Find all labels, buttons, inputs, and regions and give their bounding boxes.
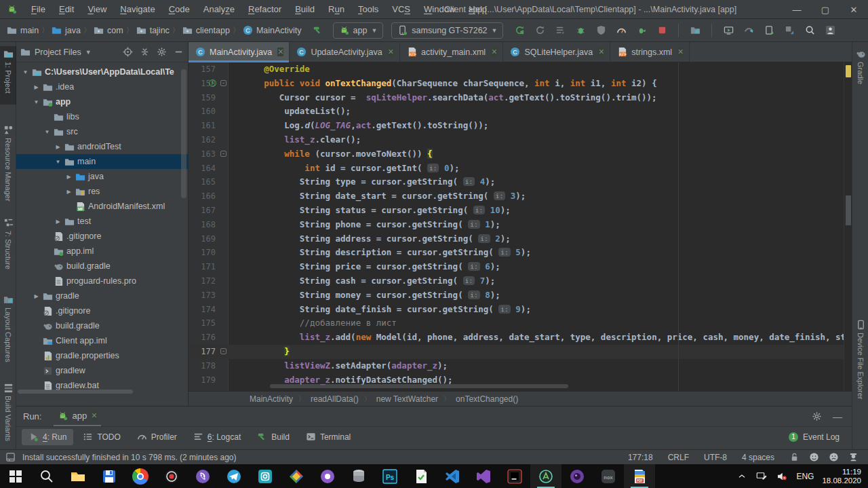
- breadcrumb-MainActivity[interactable]: CMainActivity: [243, 25, 302, 35]
- menu-analyze[interactable]: Analyze: [197, 0, 241, 19]
- tool-window-button-build[interactable]: Build: [250, 429, 296, 445]
- tool-stripe-gradle[interactable]: Gradle: [852, 46, 868, 94]
- chevron-collapsed-icon[interactable]: ▶: [54, 219, 62, 225]
- minimize-button[interactable]: —: [783, 0, 811, 19]
- tool-stripe-layout-captures[interactable]: Layout Captures: [0, 292, 16, 372]
- chevron-expanded-icon[interactable]: ▼: [33, 99, 40, 105]
- editor-tab-MainActivity.java[interactable]: CMainActivity.java✕: [189, 42, 290, 62]
- taskbar-photoshop-icon[interactable]: Ps: [374, 464, 406, 488]
- code-breadcrumb-readAllData[interactable]: readAllData(): [311, 394, 359, 404]
- breadcrumb-com[interactable]: com: [94, 25, 123, 35]
- code-line-173[interactable]: 173 String money = cursor.getString( i: …: [189, 288, 852, 303]
- resource-manager-icon[interactable]: [783, 24, 796, 37]
- code-line-177[interactable]: 177- }: [189, 345, 852, 359]
- overrides-method-icon[interactable]: ↑: [209, 79, 216, 87]
- build-hammer-icon[interactable]: [311, 24, 325, 37]
- code-line-157[interactable]: 157 @Override: [189, 62, 852, 77]
- taskbar-search-icon[interactable]: [31, 464, 62, 488]
- tree-item-client-app.iml[interactable]: Client app.iml: [16, 333, 188, 348]
- code-line-165[interactable]: 165 String type = cursor.getString( i: 4…: [189, 175, 852, 189]
- chevron-expanded-icon[interactable]: ▼: [54, 159, 62, 165]
- breadcrumb-java[interactable]: java: [52, 25, 81, 35]
- indent-setting[interactable]: 4 spaces: [742, 453, 774, 462]
- project-view-selector[interactable]: Project Files: [35, 48, 81, 57]
- tree-item-gradle[interactable]: ▶gradle: [16, 288, 188, 303]
- code-line-172[interactable]: 172 String cash = cursor.getString( i: 7…: [189, 274, 852, 288]
- taskbar-kdiff-icon[interactable]: [281, 464, 312, 488]
- settings-gear-icon[interactable]: [812, 411, 822, 421]
- code-line-168[interactable]: 168 String phone = cursor.getString( i: …: [189, 218, 852, 232]
- locate-icon[interactable]: [123, 47, 133, 57]
- clock[interactable]: 11:1918.08.2020: [822, 468, 861, 485]
- menu-file[interactable]: File: [24, 0, 52, 19]
- fold-icon[interactable]: -: [220, 151, 226, 157]
- tray-network-error-icon[interactable]: [776, 470, 788, 483]
- editor-tab-strings.xml[interactable]: </>strings.xml✕: [610, 42, 690, 62]
- code-line-169[interactable]: 169 String address = cursor.getString( i…: [189, 232, 852, 246]
- taskbar-pdf-icon[interactable]: PDF: [624, 464, 655, 488]
- taskbar-explorer-icon[interactable]: [62, 464, 94, 488]
- file-encoding[interactable]: UTF-8: [704, 453, 727, 462]
- run-list-icon[interactable]: [553, 24, 567, 37]
- code-line-166[interactable]: 166 String date_start = cursor.getString…: [189, 189, 852, 204]
- caret-position[interactable]: 177:18: [628, 453, 653, 462]
- tree-item-gradlew[interactable]: gradlew: [16, 363, 188, 378]
- tool-stripe-resource-manager[interactable]: Resource Manager: [0, 122, 16, 207]
- taskbar-androidstudio-icon[interactable]: [530, 464, 561, 488]
- breadcrumb-main[interactable]: main: [7, 25, 39, 35]
- code-breadcrumb-newTextWatcher[interactable]: new TextWatcher: [376, 394, 438, 404]
- tool-stripe-7-structure[interactable]: 7: Structure: [0, 215, 16, 278]
- editor-tab-UpdateActivity.java[interactable]: CUpdateActivity.java✕: [290, 42, 400, 62]
- menu-build[interactable]: Build: [288, 0, 321, 19]
- menu-edit[interactable]: Edit: [52, 0, 81, 19]
- avd-manager-icon[interactable]: [722, 24, 735, 37]
- code-line-160[interactable]: 160 updateList();: [189, 105, 852, 119]
- code-line-167[interactable]: 167 String status = cursor.getString( i:…: [189, 204, 852, 218]
- debug-icon[interactable]: [574, 24, 587, 37]
- breadcrumb-tajinc[interactable]: tajinc: [136, 25, 170, 35]
- taskbar-instagram-icon[interactable]: [250, 464, 281, 488]
- tree-item-test[interactable]: ▶test: [16, 214, 188, 229]
- breadcrumb-clientapp[interactable]: clientapp: [182, 25, 230, 35]
- close-icon[interactable]: ✕: [677, 48, 684, 56]
- hide-panel-icon[interactable]: —: [833, 411, 842, 422]
- tree-item-main[interactable]: ▼main: [16, 154, 188, 169]
- code-editor[interactable]: 157 @Override158↑- public void onTextCha…: [189, 62, 852, 391]
- project-vertical-scrollbar[interactable]: [181, 69, 186, 198]
- smile-icon[interactable]: [809, 452, 819, 462]
- tray-expand-icon[interactable]: [736, 471, 747, 482]
- fold-end-icon[interactable]: -: [220, 348, 226, 354]
- tree-item-c-users-user-appdata-local-te[interactable]: ▼C:\Users\User\AppData\Local\Te: [16, 64, 188, 79]
- code-line-170[interactable]: 170 String description = cursor.getStrin…: [189, 246, 852, 260]
- chevron-collapsed-icon[interactable]: ▶: [65, 189, 73, 195]
- code-line-164[interactable]: 164 int id = cursor.getInt( i: 0);: [189, 162, 852, 176]
- chevron-collapsed-icon[interactable]: ▶: [65, 174, 73, 180]
- code-line-159[interactable]: 159 Cursor cursor = sqLiteHelper.searchD…: [189, 91, 852, 105]
- taskbar-viber-icon[interactable]: [187, 464, 218, 488]
- captures-icon[interactable]: [688, 24, 702, 37]
- tree-item-app.iml[interactable]: app.iml: [16, 244, 188, 259]
- tree-item-proguard-rules.pro[interactable]: proguard-rules.pro: [16, 274, 188, 288]
- tree-item-gradle.properties[interactable]: gradle.properties: [16, 348, 188, 363]
- inspector-icon[interactable]: [848, 452, 859, 462]
- taskbar-visualstudio-icon[interactable]: [468, 464, 499, 488]
- tree-item-build.gradle[interactable]: build.gradle: [16, 318, 188, 333]
- code-line-178[interactable]: 178 listViewZ.setAdapter(adapter_z);: [189, 359, 852, 373]
- editor-tab-activity_main.xml[interactable]: </>activity_main.xml✕: [400, 42, 503, 62]
- coverage-icon[interactable]: [594, 24, 608, 37]
- fold-icon[interactable]: -: [220, 80, 226, 86]
- tree-item-res[interactable]: ▶res: [16, 184, 188, 199]
- tree-item-libs[interactable]: libs: [16, 109, 188, 124]
- chevron-expanded-icon[interactable]: ▼: [22, 69, 29, 75]
- line-ending[interactable]: CRLF: [668, 453, 689, 462]
- code-line-161[interactable]: 161 Log.d(LOG_TAG,act.getText().toString…: [189, 119, 852, 133]
- tool-stripe-1-project[interactable]: 1: Project: [0, 46, 16, 105]
- code-line-171[interactable]: 171 String price = cursor.getString( i: …: [189, 260, 852, 274]
- tray-display-icon[interactable]: [755, 470, 768, 483]
- taskbar-intellij-icon[interactable]: [499, 464, 530, 488]
- close-icon[interactable]: ✕: [277, 48, 283, 56]
- taskbar-database-icon[interactable]: [343, 464, 374, 488]
- taskbar-player-icon[interactable]: [312, 464, 343, 488]
- editor-horizontal-scrollbar[interactable]: [270, 384, 568, 388]
- layout-inspector-icon[interactable]: [762, 24, 776, 37]
